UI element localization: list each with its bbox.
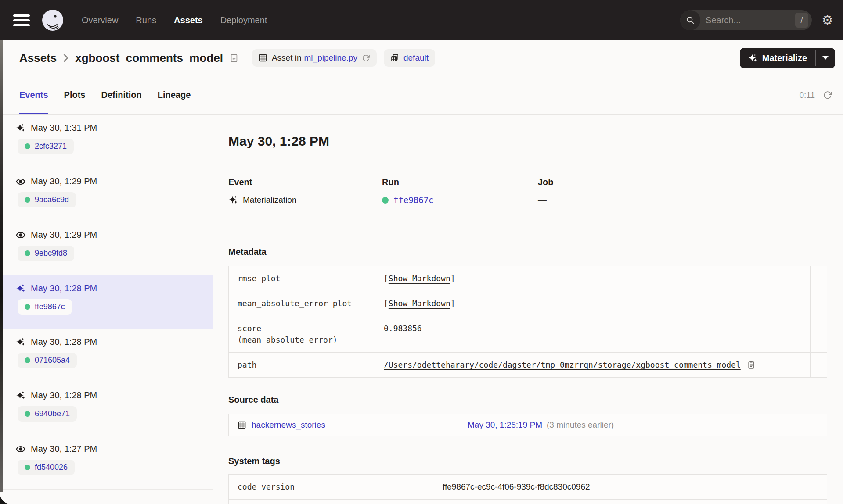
metadata-value: [Show Markdown]: [375, 266, 810, 291]
show-markdown-link[interactable]: Show Markdown: [389, 299, 450, 308]
asset-group-link[interactable]: default: [403, 53, 429, 63]
event-timestamp: May 30, 1:29 PM: [31, 176, 97, 186]
breadcrumb-assets[interactable]: Assets: [19, 51, 57, 65]
event-list-item[interactable]: May 30, 1:27 PMfd540026: [0, 436, 213, 490]
event-column: Event Materialization: [228, 177, 382, 206]
nav-item-overview[interactable]: Overview: [82, 15, 118, 25]
run-label: Run: [382, 177, 538, 187]
table-end-column: [810, 316, 827, 352]
asset-group-badge: default: [384, 49, 435, 67]
tab-definition[interactable]: Definition: [101, 75, 142, 114]
refresh-timer: 0:11: [799, 90, 815, 100]
source-data-table: hackernews_stories May 30, 1:25:19 PM (3…: [228, 414, 827, 436]
event-time-row: May 30, 1:31 PM: [16, 123, 213, 133]
system-tag-row: code_versionffe9867c-ec9c-4f06-939c-f8dc…: [229, 475, 827, 499]
copy-path-icon[interactable]: [747, 361, 756, 369]
menu-icon[interactable]: [13, 14, 30, 26]
content-area: May 30, 1:31 PM2cfc3271May 30, 1:29 PM9a…: [0, 115, 843, 504]
materialize-button[interactable]: Materialize: [740, 48, 815, 68]
bracket: [: [384, 274, 389, 283]
system-tag-value: ffe9867c-ec9c-4f06-939c-f8dc830c0962: [430, 475, 827, 499]
top-nav: Overview Runs Assets Deployment / ⚙: [0, 0, 843, 40]
table-end-column: [810, 266, 827, 291]
event-timestamp: May 30, 1:28 PM: [31, 283, 97, 293]
tab-events[interactable]: Events: [19, 75, 48, 114]
run-id-link[interactable]: 6940be71: [35, 409, 70, 418]
event-list: May 30, 1:31 PM2cfc3271May 30, 1:29 PM9a…: [0, 115, 213, 504]
metadata-value: /Users/odetteharary/code/dagster/tmp_0mz…: [375, 353, 810, 377]
source-asset-link[interactable]: hackernews_stories: [252, 420, 325, 430]
event-list-item[interactable]: May 30, 1:28 PM071605a4: [0, 329, 213, 382]
event-list-item[interactable]: May 30, 1:28 PMffe9867c: [0, 275, 213, 329]
nav-item-runs[interactable]: Runs: [136, 15, 156, 25]
run-id-badge[interactable]: ffe9867c: [18, 299, 72, 315]
run-id-link[interactable]: 071605a4: [35, 356, 70, 365]
metadata-heading: Metadata: [228, 247, 827, 257]
nav-item-deployment[interactable]: Deployment: [220, 15, 267, 25]
event-list-item[interactable]: May 30, 1:29 PM9ebc9fd8: [0, 222, 213, 275]
dagster-logo-icon[interactable]: [42, 10, 63, 31]
materialize-split-button: Materialize: [740, 48, 835, 68]
event-timestamp: May 30, 1:28 PM: [31, 337, 97, 347]
dagster-app: Overview Runs Assets Deployment / ⚙ Asse…: [0, 0, 843, 504]
event-list-item[interactable]: May 30, 1:28 PM6940be71: [0, 382, 213, 436]
event-time-row: May 30, 1:29 PM: [16, 176, 213, 186]
job-value: —: [538, 195, 547, 205]
search-input[interactable]: [700, 15, 795, 25]
run-id-badge[interactable]: 2cfc3271: [18, 139, 74, 154]
run-id-badge[interactable]: 071605a4: [18, 353, 77, 368]
run-id-badge[interactable]: 6940be71: [18, 406, 77, 422]
materialization-icon: [16, 284, 25, 293]
show-markdown-link[interactable]: Show Markdown: [389, 274, 450, 283]
settings-gear-icon[interactable]: ⚙: [821, 14, 833, 27]
materialization-icon: [16, 391, 25, 400]
source-timestamp-link[interactable]: May 30, 1:25:19 PM: [468, 420, 542, 430]
event-list-item[interactable]: May 30, 1:29 PM9aca6c9d: [0, 168, 213, 222]
asset-location-prefix: Asset in: [272, 53, 302, 63]
event-detail-title: May 30, 1:28 PM: [228, 133, 827, 149]
event-list-item[interactable]: May 30, 1:31 PM2cfc3271: [0, 115, 213, 168]
run-id-badge[interactable]: 9ebc9fd8: [18, 246, 74, 261]
materialize-button-label: Materialize: [762, 53, 807, 63]
divider: [228, 232, 827, 232]
run-id-badge[interactable]: 9aca6c9d: [18, 192, 76, 207]
run-id-link[interactable]: fd540026: [35, 463, 68, 472]
metadata-value: 0.983856: [375, 316, 810, 352]
metadata-table: rmse plot[Show Markdown]mean_absolute_er…: [228, 266, 827, 378]
tab-plots[interactable]: Plots: [64, 75, 86, 114]
run-id-badge[interactable]: fd540026: [18, 460, 75, 475]
run-id-link[interactable]: 2cfc3271: [35, 142, 67, 151]
run-id-link[interactable]: 9ebc9fd8: [35, 249, 67, 258]
observation-icon: [16, 444, 25, 454]
asset-location-badge: Asset in ml_pipeline.py: [252, 49, 377, 67]
run-status-dot: [25, 143, 30, 149]
event-time-row: May 30, 1:29 PM: [16, 230, 213, 240]
event-time-row: May 30, 1:28 PM: [16, 390, 213, 400]
materialization-icon: [228, 195, 238, 205]
run-id-link[interactable]: 9aca6c9d: [35, 195, 69, 204]
path-link[interactable]: /Users/odetteharary/code/dagster/tmp_0mz…: [384, 359, 741, 371]
source-asset-cell: hackernews_stories: [229, 414, 457, 436]
run-status-dot: [25, 411, 30, 417]
bracket: [: [384, 299, 389, 308]
materialize-dropdown-button[interactable]: [816, 48, 835, 68]
source-time-cell: May 30, 1:25:19 PM (3 minutes earlier): [457, 414, 827, 436]
event-label: Event: [228, 177, 382, 187]
breadcrumb-asset-name: xgboost_comments_model: [75, 51, 223, 65]
run-status-dot: [25, 357, 30, 363]
run-id-link[interactable]: ffe9867c: [393, 195, 434, 205]
copy-asset-name-icon[interactable]: [229, 53, 239, 63]
event-time-row: May 30, 1:28 PM: [16, 337, 213, 347]
search-shortcut-key: /: [795, 13, 808, 28]
asset-tabs: Events Plots Definition Lineage 0:11: [0, 75, 843, 115]
reload-location-icon[interactable]: [362, 54, 370, 62]
metadata-row: path/Users/odetteharary/code/dagster/tmp…: [229, 353, 827, 377]
run-id-link[interactable]: ffe9867c: [35, 302, 65, 311]
nav-item-assets[interactable]: Assets: [174, 15, 203, 25]
tab-lineage[interactable]: Lineage: [158, 75, 191, 114]
metadata-row: mean_absolute_error plot[Show Markdown]: [229, 291, 827, 316]
code-location-link[interactable]: ml_pipeline.py: [304, 53, 357, 63]
search-bar[interactable]: /: [680, 10, 812, 30]
refresh-icon[interactable]: [823, 90, 832, 100]
event-timestamp: May 30, 1:28 PM: [31, 390, 97, 400]
